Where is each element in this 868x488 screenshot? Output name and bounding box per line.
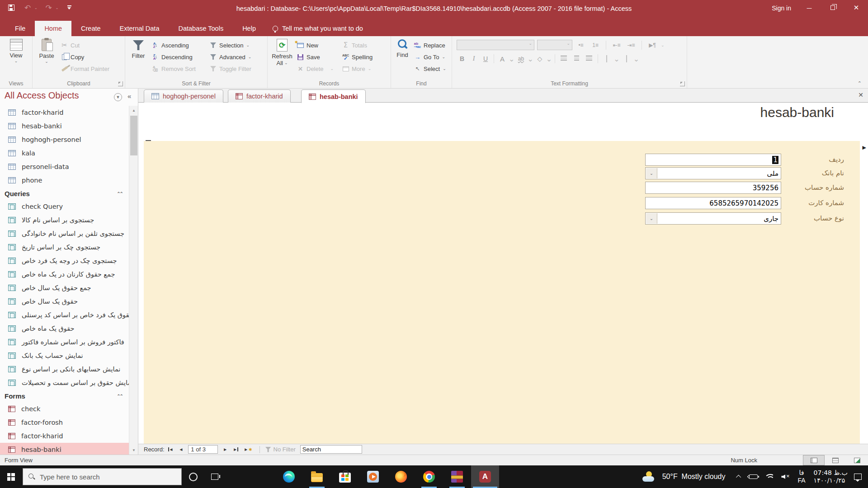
spelling-button[interactable]: ABC✓Spelling <box>342 51 373 63</box>
nav-item-form-factor-forosh[interactable]: factor-forosh <box>0 416 129 429</box>
language-indicator[interactable]: فا FA <box>797 469 805 484</box>
record-position-box[interactable]: 1 of 3 <box>188 445 218 454</box>
nav-item-form-hesab-banki[interactable]: hesab-banki <box>0 443 129 455</box>
document-tab-factor-kharid[interactable]: factor-kharid <box>228 89 291 103</box>
text-direction-icon[interactable]: ▶¶ <box>646 42 658 48</box>
toggle-filter-button[interactable]: Toggle Filter <box>209 63 251 75</box>
menu-tab-database-tools[interactable]: Database Tools <box>169 21 233 36</box>
new-record-button[interactable]: New <box>297 39 342 51</box>
menu-tab-create[interactable]: Create <box>71 21 110 36</box>
datasheet-view-button[interactable] <box>825 455 846 465</box>
navigation-pane-shutter-icon[interactable]: « <box>127 92 131 100</box>
weather-widget[interactable]: 50°F Mostly cloudy <box>642 471 726 482</box>
nav-item-table-hesab-banki[interactable]: hesab-banki <box>0 119 129 133</box>
tell-me-box[interactable]: Tell me what you want to do <box>265 21 370 36</box>
nav-item-query-check-query[interactable]: check Query <box>0 200 129 213</box>
nav-item-table-personeli-data[interactable]: personeli-data <box>0 160 129 174</box>
navigation-pane-menu-icon[interactable]: ▼ <box>114 93 122 101</box>
sign-in-button[interactable]: Sign in <box>767 3 796 13</box>
bullets-icon[interactable]: •≡ <box>575 42 587 48</box>
nav-item-query-حقوق-یک-فرد-خاص-بر-اساس-کد-پرسنلی[interactable]: حقوق یک فرد خاص بر اساس کد پرسنلی <box>0 308 129 322</box>
nav-item-table-phone[interactable]: phone <box>0 174 129 187</box>
taskbar-app-microsoft-store[interactable] <box>331 465 359 488</box>
font-name-combo[interactable] <box>457 40 534 50</box>
menu-tab-help[interactable]: Help <box>233 21 265 36</box>
taskbar-app-edge[interactable] <box>275 465 303 488</box>
nav-item-query-جمع-حقوق-یک-سال-خاص[interactable]: جمع حقوق یک سال خاص <box>0 281 129 295</box>
nav-item-query-جستجوی-بر-اساس-نام-کالا[interactable]: جستجوی بر اساس نام کالا <box>0 213 129 227</box>
document-tab-hoghogh-personel[interactable]: hoghogh-personel <box>144 89 223 103</box>
previous-record-icon[interactable]: ◄ <box>177 447 185 452</box>
nav-section-header-queries[interactable]: Queries⌃⌃ <box>0 187 129 200</box>
copy-button[interactable]: Copy <box>61 51 109 63</box>
select-button[interactable]: ↖Select⌄ <box>414 63 446 75</box>
clipboard-dialog-launcher-icon[interactable] <box>118 81 123 86</box>
clock[interactable]: ب.ظ 07:48 ۱۴۰۰/۱۰/۲۵ <box>814 469 848 484</box>
scrollbar-up-icon[interactable]: ▲ <box>130 106 138 114</box>
format-painter-button[interactable]: Format Painter <box>61 63 109 75</box>
underline-icon[interactable]: U <box>480 55 491 62</box>
remove-sort-button[interactable]: A⌫Remove Sort <box>151 63 209 75</box>
collapse-section-icon[interactable]: ⌃⌃ <box>117 191 123 196</box>
nav-item-query-جستجوی-چک-در-وجه-یک-فرد-خاص[interactable]: جستجوی چک در وجه یک فرد خاص <box>0 254 129 267</box>
volume-muted-icon[interactable] <box>781 474 789 479</box>
restore-button[interactable] <box>821 0 844 15</box>
form-right-arrow-icon[interactable]: ▶ <box>863 145 866 150</box>
cut-button[interactable]: ✂Cut <box>61 39 109 51</box>
font-size-combo[interactable] <box>537 40 572 50</box>
new-blank-record-icon[interactable]: ►✱ <box>242 447 254 452</box>
alternate-row-color-icon[interactable] <box>621 56 632 62</box>
align-right-icon[interactable] <box>583 56 595 62</box>
nav-item-query-جستجوی-تلفن-بر-اساس-نام-خانوادگی[interactable]: جستجوی تلفن بر اساس نام خانوادگی <box>0 227 129 240</box>
taskbar-search-input[interactable] <box>40 473 166 481</box>
replace-button[interactable]: ab⇢acReplace <box>414 39 446 51</box>
no-filter-button[interactable]: No Filter <box>265 446 296 453</box>
taskbar-app-firefox[interactable] <box>387 465 415 488</box>
tray-expand-chevron-icon[interactable] <box>737 475 741 479</box>
taskbar-app-chrome[interactable] <box>415 465 443 488</box>
document-tab-hesab-banki[interactable]: hesab-banki <box>301 89 366 103</box>
navigation-scrollbar[interactable]: ▲ ▼ <box>129 106 138 455</box>
record-search-input[interactable] <box>300 445 362 454</box>
align-center-icon[interactable] <box>571 56 582 62</box>
nav-item-table-hoghogh-personel[interactable]: hoghogh-personel <box>0 133 129 146</box>
wifi-icon[interactable] <box>766 474 773 480</box>
scrollbar-thumb[interactable] <box>130 116 137 155</box>
nav-item-query-نمایش-حسابهای-بانکی-بر-اساس-نوع[interactable]: نمایش حسابهای بانکی بر اساس نوع <box>0 362 129 376</box>
nav-item-query-حقوق-یک-ماه-خاص[interactable]: حقوق یک ماه خاص <box>0 322 129 335</box>
start-button[interactable] <box>0 465 22 488</box>
combo-dropdown-icon[interactable]: ⌄ <box>646 168 657 178</box>
nav-item-query-فاکتور-فروش-بر-اساس-شماره-فاکتور[interactable]: فاکتور فروش بر اساس شماره فاکتور <box>0 335 129 349</box>
increase-indent-icon[interactable]: ⇥≡ <box>625 42 637 48</box>
taskbar-app-file-explorer[interactable] <box>303 465 331 488</box>
close-button[interactable]: ✕ <box>844 0 868 15</box>
nav-item-query-نمایش-حساب-یک-بانک[interactable]: نمایش حساب یک بانک <box>0 349 129 362</box>
selection-button[interactable]: Selection⌄ <box>209 39 251 51</box>
menu-tab-external-data[interactable]: External Data <box>110 21 169 36</box>
first-record-icon[interactable]: ◄ <box>166 447 175 452</box>
find-button[interactable]: Find <box>391 36 414 77</box>
go-to-button[interactable]: →Go To⌄ <box>414 51 446 63</box>
next-record-icon[interactable]: ► <box>221 447 229 452</box>
nav-item-query-نمایش-حقوق-بر-اساس-سمت-و-تحصیلات[interactable]: نمایش حقوق بر اساس سمت و تحصیلات <box>0 376 129 389</box>
taskbar-app-winrar[interactable] <box>443 465 471 488</box>
descending-button[interactable]: ZA↓Descending <box>151 51 209 63</box>
taskbar-search-box[interactable] <box>23 468 182 485</box>
close-document-icon[interactable]: ✕ <box>858 91 863 99</box>
form-view-button[interactable] <box>803 455 825 465</box>
menu-tab-file[interactable]: File <box>5 21 35 36</box>
battery-icon[interactable] <box>749 474 758 479</box>
menu-tab-home[interactable]: Home <box>35 21 71 36</box>
design-view-button[interactable] <box>846 455 868 465</box>
collapse-ribbon-chevron-icon[interactable]: ⌃ <box>858 80 862 86</box>
view-button[interactable]: View⌄ <box>3 36 30 77</box>
font-color-icon[interactable]: A <box>497 55 508 63</box>
nav-item-table-kala[interactable]: kala <box>0 146 129 160</box>
taskbar-app-access[interactable] <box>471 465 499 488</box>
collapse-section-icon[interactable]: ⌃⌃ <box>117 394 123 399</box>
nav-item-form-factor-kharid[interactable]: factor-kharid <box>0 429 129 443</box>
ascending-button[interactable]: AZ↓Ascending <box>151 39 209 51</box>
minimize-button[interactable]: ─ <box>797 0 821 15</box>
background-fill-icon[interactable]: ◇ <box>534 55 545 62</box>
action-center-icon[interactable] <box>854 474 862 480</box>
